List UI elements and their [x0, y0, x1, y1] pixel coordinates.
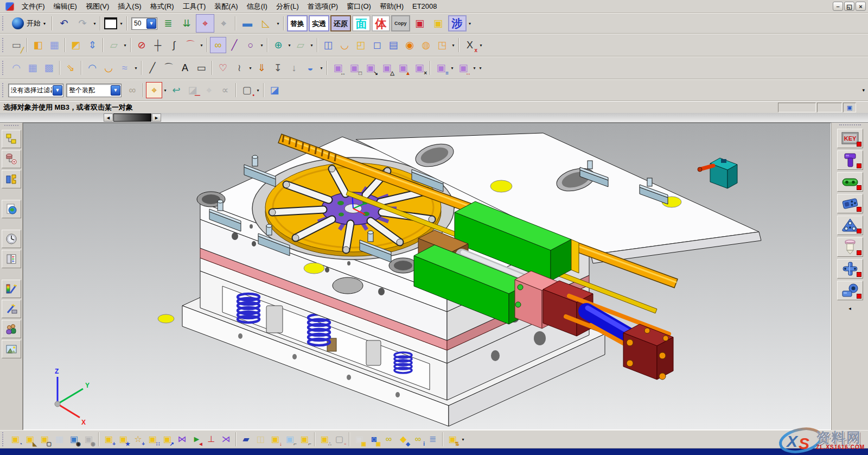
horizontal-scrollbar[interactable]: ◄ ► — [0, 113, 868, 123]
datum-plane-button[interactable]: ▱ — [106, 37, 122, 53]
scroll-right-button[interactable]: ► — [152, 113, 161, 122]
add-component-button[interactable]: ▣+ — [101, 432, 116, 447]
boolean-button[interactable]: ⊕ — [270, 37, 286, 53]
expression-button[interactable]: Xx — [462, 37, 478, 53]
profile-curve-button[interactable]: ♡ — [215, 60, 231, 76]
marquee-dropdown[interactable]: ▾ — [255, 83, 261, 97]
snap-point-button[interactable]: ⌖ — [146, 82, 162, 98]
preview-selection-button[interactable]: ∝ — [217, 82, 233, 98]
internet-tab[interactable] — [2, 200, 21, 218]
work-layer-spinner-arrow[interactable]: ▼ — [146, 18, 156, 29]
constraint-navigator-tab[interactable] — [2, 150, 21, 168]
interpart-link-button[interactable]: ∞ — [381, 432, 396, 447]
object-info-button[interactable]: ▣≡ — [433, 60, 449, 76]
rib-button[interactable]: ◻ — [369, 37, 385, 53]
wave-geometry-linker-button[interactable]: ◆◈ — [396, 432, 411, 447]
screw-part[interactable] — [837, 150, 863, 170]
hole-button[interactable]: ◉ — [401, 37, 418, 53]
flatten-dropdown[interactable]: ▾ — [318, 61, 324, 75]
snap-point-dropdown[interactable]: ▾ — [162, 83, 168, 97]
rollback-button[interactable]: ↩ — [168, 82, 184, 98]
menu-et2008[interactable]: ET2008 — [408, 1, 442, 11]
spline-dropdown[interactable]: ▾ — [247, 61, 253, 75]
fillet-curve-button[interactable]: ∫ — [166, 37, 182, 53]
line-button[interactable]: ╱ — [226, 37, 242, 53]
paste-object-button[interactable]: ▣↘ — [362, 60, 379, 76]
plane-rings-button[interactable]: ∞ — [124, 82, 141, 98]
boolean-dropdown[interactable]: ▾ — [286, 38, 292, 52]
basic-arc-button[interactable]: ⌒ — [161, 60, 177, 76]
extrude-button[interactable]: ◫ — [320, 37, 336, 53]
valve-part[interactable] — [837, 259, 863, 279]
boss-button[interactable]: ◍ — [418, 37, 434, 53]
edit-arc-button[interactable]: ⌒ — [182, 37, 199, 53]
project-curve-button[interactable]: ⇓ — [253, 60, 270, 76]
visualization-tab[interactable] — [2, 280, 21, 298]
flatten-curve-button[interactable]: ◒ — [302, 60, 318, 76]
wcs-dynamics-button[interactable]: ⌖ — [214, 14, 233, 33]
work-layer-spinner[interactable]: 50▼ — [131, 17, 157, 30]
menu-information[interactable]: 信息(I) — [242, 1, 272, 11]
selection-scope-combo-arrow[interactable]: ▼ — [111, 85, 120, 96]
product-outline-button[interactable]: ▦ — [52, 432, 67, 447]
row3-more-dropdown[interactable]: ▾ — [477, 61, 483, 75]
surface-dropdown[interactable]: ▾ — [133, 61, 139, 75]
marquee-select-button[interactable]: ▢• — [239, 82, 255, 98]
menu-analysis[interactable]: 分析(L) — [272, 1, 303, 11]
undo-button[interactable]: ↶ — [55, 14, 73, 33]
shaded-cube-button[interactable]: ▣ — [411, 14, 429, 33]
scroll-thumb[interactable] — [113, 113, 151, 122]
scene-tab[interactable] — [2, 340, 21, 358]
assembly-sequence-button[interactable]: ▣⇅ — [445, 432, 460, 447]
key-mold-part[interactable]: KEY — [837, 129, 863, 148]
structure-clip-button[interactable]: ≣ — [425, 432, 440, 447]
circle-dropdown[interactable]: ▾ — [259, 38, 265, 52]
explode-assembly-button[interactable]: ▣∴ — [317, 432, 332, 447]
new-parent-button[interactable]: ☆+ — [131, 432, 145, 447]
menu-help[interactable]: 帮助(H) — [375, 1, 408, 11]
menu-file[interactable]: 文件(F) — [17, 1, 49, 11]
divide-curve-button[interactable]: ┼ — [150, 37, 166, 53]
move-component-button[interactable]: ▣↗ — [160, 432, 175, 447]
object-display-dropdown[interactable]: ▾ — [118, 16, 124, 30]
restore-button-window[interactable]: ◱ — [844, 2, 854, 11]
measure-dropdown[interactable]: ▾ — [275, 16, 281, 30]
datum-plane-dropdown[interactable]: ▾ — [122, 38, 128, 52]
ruled-surface-button[interactable]: ◠ — [8, 60, 24, 76]
assembly-constraints-button[interactable]: ⋈ — [175, 432, 189, 447]
edit-arrangement-button[interactable]: ▣⌐ — [297, 432, 312, 447]
menu-assemblies[interactable]: 装配(A) — [210, 1, 242, 11]
interference-button[interactable]: 涉 — [448, 15, 467, 31]
flange-surface-button[interactable]: ◡ — [100, 60, 117, 76]
redo-button[interactable]: ↷ — [73, 14, 92, 33]
fit-view-icon[interactable]: ▣ — [843, 103, 856, 112]
measure-distance-button[interactable]: ▬ — [238, 14, 257, 33]
instance-feature-button[interactable]: ◳ — [434, 37, 450, 53]
start-button[interactable]: 开始▾ — [8, 15, 49, 32]
chain-curve-button[interactable]: ∞ — [210, 37, 226, 53]
show-component-button[interactable]: ▣▢ — [37, 432, 52, 447]
slide-part[interactable] — [837, 194, 863, 213]
mirror-assembly-button[interactable]: ⋊ — [219, 432, 233, 447]
delete-object-button[interactable]: ▣× — [411, 60, 427, 76]
open-component-button[interactable]: ▣◣ — [23, 432, 37, 447]
new-component-button[interactable]: ▣★ — [116, 432, 131, 447]
expression-dropdown[interactable]: ▾ — [478, 38, 484, 52]
section-curve-button[interactable]: ↓ — [286, 60, 302, 76]
layer-category-button[interactable]: ⇊ — [177, 14, 196, 33]
roles-tab[interactable] — [2, 320, 21, 338]
substitute-component-button[interactable]: ◫ — [253, 432, 268, 447]
face-display-button[interactable]: 面 — [352, 15, 371, 31]
through-mesh-button[interactable]: ▦ — [46, 37, 62, 53]
section-view-button[interactable]: ◪ — [266, 82, 283, 98]
text-curve-button[interactable]: A — [177, 60, 193, 76]
selection-overflow-icon[interactable]: ▾ — [862, 87, 865, 93]
shell-button[interactable]: ◰ — [353, 37, 369, 53]
menu-view[interactable]: 视图(V) — [81, 1, 113, 11]
offset-surface-button[interactable]: ⇘ — [62, 60, 79, 76]
plane-button[interactable]: ▱ — [292, 37, 309, 53]
assembly-navigator-tab[interactable] — [2, 130, 21, 148]
assemblies-more-dropdown[interactable]: ▾ — [460, 432, 466, 446]
unexplode-button[interactable]: ▢▫ — [332, 432, 347, 447]
recall-point-button[interactable]: ⌖ — [201, 82, 217, 98]
